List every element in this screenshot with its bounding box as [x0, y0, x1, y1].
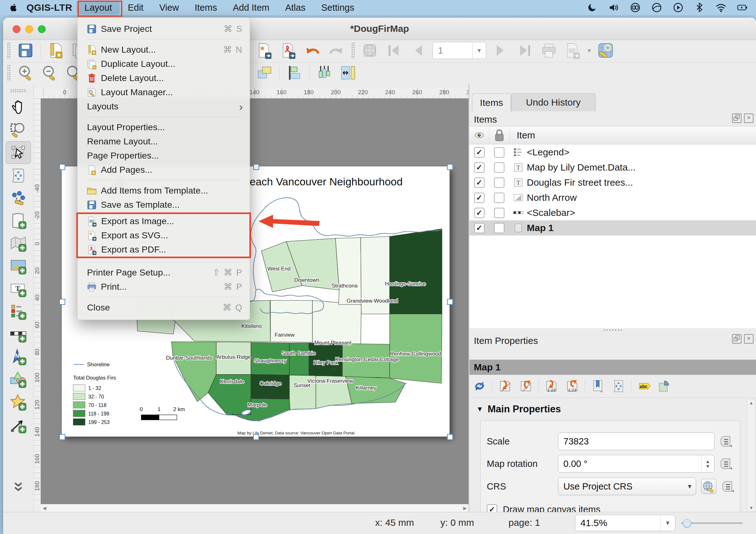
- print-atlas-button[interactable]: [540, 41, 558, 60]
- selection-handle[interactable]: [447, 434, 453, 440]
- scroll-left-icon[interactable]: ◀: [41, 504, 48, 512]
- selection-handle[interactable]: [59, 164, 65, 170]
- add-marker-tool[interactable]: [6, 391, 31, 414]
- item-row-map-1[interactable]: ✓Map 1: [470, 220, 756, 235]
- vertical-ruler[interactable]: -40-20020406080100120140160180200220240: [34, 98, 41, 504]
- selection-handle[interactable]: [253, 164, 259, 170]
- data-defined-override-icon[interactable]: [720, 479, 735, 494]
- menu-item-duplicate-layout[interactable]: Duplicate Layout...: [78, 57, 250, 71]
- close-panel-icon[interactable]: ×: [744, 334, 753, 344]
- spin-arrows[interactable]: ▲▼: [701, 455, 714, 472]
- zoom-tool[interactable]: [6, 119, 31, 141]
- toolbar-drag-handle[interactable]: [7, 42, 11, 59]
- menu-item-export-as-svg[interactable]: *Export as SVG...: [78, 228, 249, 242]
- menu-item-print[interactable]: Print...⌘ P: [78, 280, 250, 294]
- canvas-horizontal-scrollbar[interactable]: ◀▶: [41, 504, 469, 512]
- map-legend[interactable]: ShorelineTotal Douglas Firs1 - 3232 - 70…: [73, 361, 116, 425]
- next-feature-button[interactable]: [492, 41, 510, 60]
- menubar-item-add-item[interactable]: Add Item: [225, 1, 277, 14]
- set-map-extent-to-canvas-button[interactable]: [497, 378, 513, 394]
- lock-checkbox[interactable]: [494, 193, 504, 203]
- raise-items-button[interactable]: [256, 64, 274, 82]
- visibility-checkbox[interactable]: ✓: [474, 208, 485, 218]
- map-rotation-spinbox[interactable]: 0.00 °▲▼: [558, 455, 715, 472]
- zoom-slider[interactable]: [681, 522, 743, 524]
- visibility-checkbox[interactable]: ✓: [474, 162, 485, 173]
- panel-splitter-handle[interactable]: [603, 329, 623, 331]
- previous-feature-button[interactable]: [409, 41, 427, 60]
- bookmark-extent-button[interactable]: [589, 378, 606, 394]
- select-crs-globe-button[interactable]: [701, 479, 716, 494]
- visibility-checkbox[interactable]: ✓: [474, 193, 485, 203]
- add-arrow-tool[interactable]: [6, 414, 31, 436]
- main-properties-header[interactable]: ▼ Main Properties: [476, 404, 561, 415]
- menu-item-page-properties[interactable]: Page Properties...: [78, 148, 250, 163]
- add-north-arrow-tool[interactable]: N: [6, 346, 31, 368]
- menubar-item-view[interactable]: View: [151, 1, 187, 14]
- last-feature-button[interactable]: [516, 41, 534, 60]
- selection-handle[interactable]: [253, 434, 259, 440]
- add-label-tool[interactable]: T: [6, 278, 31, 300]
- move-map-content-button[interactable]: [610, 378, 627, 394]
- battery-icon[interactable]: [737, 2, 748, 13]
- set-map-scale-button[interactable]: 1:23: [543, 378, 559, 394]
- menu-item-save-as-template[interactable]: Save as Template...: [78, 198, 250, 212]
- play-circle-icon[interactable]: [673, 2, 684, 13]
- item-row-north-arrow[interactable]: ✓North Arrow: [470, 190, 756, 205]
- move-item-content-tool[interactable]: [6, 165, 31, 187]
- save-project-button[interactable]: [16, 41, 35, 60]
- clipping-settings-button[interactable]: [657, 378, 673, 394]
- new-layout-button[interactable]: [46, 41, 65, 60]
- lock-checkbox[interactable]: [494, 208, 504, 218]
- lock-checkbox[interactable]: [494, 223, 504, 233]
- menu-item-close[interactable]: Close⌘ Q: [78, 300, 250, 315]
- add-map-tool[interactable]: [6, 233, 31, 255]
- item-row-scalebar[interactable]: ✓<Scalebar>: [470, 205, 756, 220]
- export-pdf-button[interactable]: [279, 41, 298, 60]
- visibility-checkbox[interactable]: ✓: [474, 223, 485, 233]
- circle-app-icon[interactable]: [651, 2, 662, 13]
- app-name[interactable]: QGIS-LTR: [26, 2, 72, 13]
- crs-dropdown[interactable]: Use Project CRS▾: [558, 478, 696, 495]
- menu-item-add-items-from-template[interactable]: Add Items from Template...: [78, 183, 250, 198]
- chevron-down-icon[interactable]: ▾: [472, 42, 486, 59]
- distribute-items-button[interactable]: [315, 64, 334, 82]
- scroll-up-icon[interactable]: ▲: [747, 399, 755, 406]
- scroll-down-icon[interactable]: ▼: [747, 504, 755, 511]
- zoom-out-button[interactable]: [40, 64, 59, 82]
- bluetooth-icon[interactable]: [694, 2, 705, 13]
- menu-item-rename-layout[interactable]: Rename Layout...: [78, 134, 250, 148]
- add-image-tool[interactable]: [6, 255, 31, 278]
- more-tools[interactable]: [6, 475, 31, 497]
- item-row-map-by-lily-demet-data[interactable]: ✓TMap by Lily Demet.Data...: [470, 160, 756, 175]
- menu-item-layouts[interactable]: Layouts›: [78, 99, 250, 114]
- menu-item-save-project[interactable]: Save Project⌘ S: [78, 22, 250, 36]
- close-panel-icon[interactable]: ×: [744, 114, 753, 123]
- menu-item-layout-manager[interactable]: Layout Manager...: [78, 85, 250, 99]
- menu-item-add-pages[interactable]: Add Pages...: [78, 163, 250, 177]
- first-feature-button[interactable]: [385, 41, 403, 60]
- lock-checkbox[interactable]: [494, 162, 504, 173]
- float-panel-icon[interactable]: [732, 114, 742, 123]
- lock-checkbox[interactable]: [494, 177, 504, 188]
- apple-icon[interactable]: [9, 2, 18, 13]
- item-row-legend[interactable]: ✓<Legend>: [470, 145, 756, 160]
- data-defined-override-icon[interactable]: [718, 434, 733, 449]
- selection-handle[interactable]: [59, 299, 65, 305]
- chevron-down-icon[interactable]: ▾: [588, 47, 591, 54]
- menubar-item-items[interactable]: Items: [187, 1, 225, 14]
- creative-cloud-icon[interactable]: [630, 2, 641, 13]
- view-scale-in-canvas-button[interactable]: 1:23: [564, 378, 580, 394]
- selection-handle[interactable]: [447, 299, 453, 305]
- zoom-slider-handle[interactable]: [683, 519, 691, 527]
- labeling-settings-button[interactable]: abc: [636, 378, 652, 394]
- add-scalebar-tool[interactable]: [6, 323, 31, 345]
- visibility-checkbox[interactable]: ✓: [474, 177, 485, 188]
- float-panel-icon[interactable]: [732, 334, 742, 344]
- selection-handle[interactable]: [59, 434, 65, 440]
- item-row-douglas-fir-street-trees[interactable]: ✓TDouglas Fir street trees...: [470, 175, 756, 190]
- add-shape-tool[interactable]: [6, 369, 31, 391]
- wifi-icon[interactable]: [716, 2, 726, 13]
- selection-handle[interactable]: [447, 164, 453, 170]
- scale-input[interactable]: 73823: [558, 433, 715, 450]
